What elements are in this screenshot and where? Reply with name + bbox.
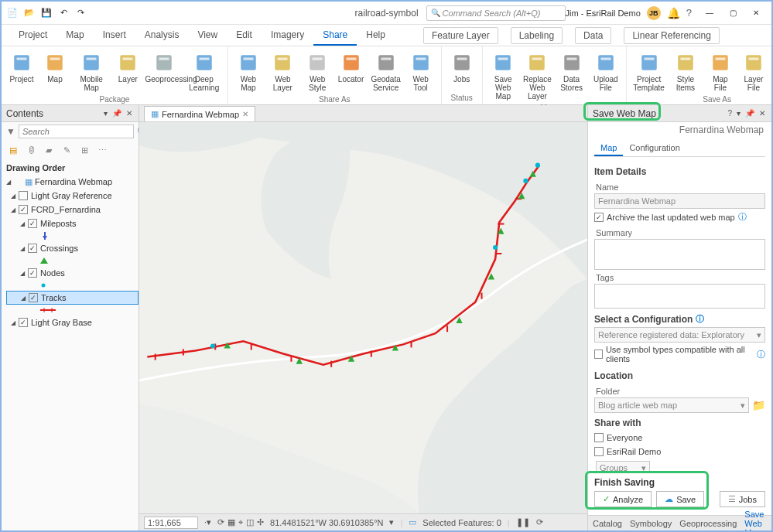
list-by-source-icon[interactable]: 🛢 (24, 143, 38, 157)
visibility-checkbox[interactable] (19, 191, 28, 200)
menu-tab-project[interactable]: Project (9, 26, 56, 46)
help-icon[interactable]: ? (686, 7, 692, 19)
expand-icon[interactable]: ◢ (11, 193, 19, 200)
context-tab-feature-layer[interactable]: Feature Layer (423, 27, 498, 44)
ribbon-deep-learning-button[interactable]: Deep Learning (186, 50, 223, 94)
toc-item-tracks[interactable]: ◢Tracks (6, 291, 139, 305)
pin-icon[interactable]: 📌 (111, 109, 123, 118)
ribbon-project-button[interactable]: Project (6, 50, 37, 85)
folder-select[interactable]: Blog article web map ▾ (594, 397, 749, 413)
ribbon-layer-file-button[interactable]: Layer File (738, 50, 769, 94)
context-tab-data[interactable]: Data (575, 27, 611, 44)
toc-item-fcrd_fernardina[interactable]: ◢FCRD_Fernardina (6, 203, 139, 217)
close-rpanel-icon[interactable]: ✕ (758, 109, 767, 118)
map-canvas[interactable] (139, 122, 587, 513)
config-select[interactable]: Reference registered data: Exploratory ▾ (594, 327, 765, 343)
name-field[interactable] (594, 193, 765, 209)
refresh-icon[interactable]: ⟳ (536, 517, 543, 527)
jobs-button[interactable]: ☰Jobs (720, 491, 765, 507)
expand-icon[interactable]: ◢ (21, 295, 29, 302)
save-button[interactable]: ☁Save (656, 491, 704, 507)
ribbon-geoprocessing-button[interactable]: Geoprocessing (145, 50, 183, 85)
ribbon-style-items-button[interactable]: Style Items (669, 50, 703, 94)
dropdown-icon[interactable]: ▾ (102, 109, 109, 118)
menu-tab-analysis[interactable]: Analysis (135, 26, 189, 46)
compat-checkbox[interactable] (594, 350, 603, 359)
ribbon-mobile-map-button[interactable]: Mobile Map (73, 50, 110, 94)
expand-icon[interactable]: ◢ (20, 270, 28, 277)
menu-tab-imagery[interactable]: Imagery (262, 26, 313, 46)
menu-tab-edit[interactable]: Edit (227, 26, 262, 46)
toc-item-light-gray-base[interactable]: ◢Light Gray Base (6, 315, 139, 329)
toc-item-crossings[interactable]: ◢Crossings (6, 241, 139, 255)
tags-field[interactable] (594, 284, 765, 309)
visibility-checkbox[interactable] (28, 268, 37, 278)
close-button[interactable]: ✕ (744, 2, 768, 24)
context-tab-linear-referencing[interactable]: Linear Referencing (624, 27, 719, 44)
help-panel-icon[interactable]: ? (726, 109, 734, 118)
snapping-icon[interactable]: ⌖ (238, 517, 243, 527)
config-info-icon[interactable]: ⓘ (696, 313, 704, 325)
expand-icon[interactable]: ◢ (6, 179, 14, 186)
toc-item-nodes[interactable]: ◢Nodes (6, 266, 139, 280)
ribbon-replace-web-layer-button[interactable]: Replace Web Layer (522, 50, 553, 102)
ribbon-map-button[interactable]: Map (39, 50, 70, 85)
visibility-checkbox[interactable] (28, 219, 37, 228)
corrections-icon[interactable]: ✢ (257, 517, 264, 527)
list-by-editing-icon[interactable]: ✎ (60, 143, 74, 157)
save-icon[interactable]: 💾 (39, 6, 53, 20)
browse-folder-icon[interactable]: 📁 (752, 399, 765, 411)
ribbon-map-file-button[interactable]: Map File (705, 50, 736, 94)
toc-item-fernardina-webmap[interactable]: ◢▦Fernardina Webmap (6, 175, 139, 189)
share-everyone-checkbox[interactable] (594, 433, 604, 442)
context-tab-labeling[interactable]: Labeling (511, 27, 563, 44)
user-avatar[interactable]: JB (647, 6, 661, 20)
expand-icon[interactable]: ◢ (20, 245, 28, 252)
pin-panel-icon[interactable]: 📌 (744, 109, 756, 118)
scale-input[interactable]: 1:91,665 (144, 517, 198, 529)
menu-tab-insert[interactable]: Insert (94, 26, 135, 46)
expand-icon[interactable]: ◢ (11, 206, 19, 213)
menu-tab-share[interactable]: Share (313, 26, 357, 46)
ribbon-web-style-button[interactable]: Web Style (302, 50, 333, 94)
ribbon-web-layer-button[interactable]: Web Layer (266, 50, 299, 94)
ribbon-geodata-service-button[interactable]: Geodata Service (369, 50, 403, 94)
new-project-icon[interactable]: 📄 (5, 6, 19, 20)
bell-icon[interactable]: 🔔 (667, 7, 680, 19)
tab-map[interactable]: Map (594, 141, 623, 156)
bottom-tab-catalog[interactable]: Catalog (593, 519, 622, 528)
share-org-checkbox[interactable] (594, 447, 604, 456)
filter-icon[interactable]: ▼ (6, 126, 15, 137)
grid-icon[interactable]: ▦ (227, 517, 235, 527)
minimize-button[interactable]: — (698, 2, 721, 24)
ribbon-data-stores-button[interactable]: Data Stores (556, 50, 587, 94)
expand-icon[interactable]: ◢ (20, 220, 28, 227)
analyze-button[interactable]: ✓Analyze (594, 491, 652, 507)
ribbon-web-map-button[interactable]: Web Map (233, 50, 264, 94)
ribbon-upload-file-button[interactable]: Upload File (590, 50, 621, 94)
toc-item-mileposts[interactable]: ◢Mileposts (6, 217, 139, 230)
undo-icon[interactable]: ↶ (56, 6, 70, 20)
ribbon-save-web-map-button[interactable]: Save Web Map (487, 50, 519, 102)
ribbon-jobs-button[interactable]: Jobs (446, 50, 477, 85)
ribbon-project-template-button[interactable]: Project Template (631, 50, 665, 94)
constraints-icon[interactable]: ◫ (246, 517, 254, 527)
scale-dropdown-icon[interactable]: ·▾ (204, 517, 211, 527)
visibility-checkbox[interactable] (29, 293, 38, 302)
ribbon-layer-button[interactable]: Layer (112, 50, 143, 85)
summary-field[interactable] (594, 239, 765, 270)
command-search[interactable]: Command Search (Alt+Q) (426, 5, 566, 21)
toc-item-light-gray-reference[interactable]: ◢Light Gray Reference (6, 189, 139, 203)
ribbon-locator-button[interactable]: Locator (336, 50, 367, 85)
tab-configuration[interactable]: Configuration (623, 141, 686, 156)
groups-select[interactable]: Groups ▾ (596, 461, 650, 472)
list-by-snapping-icon[interactable]: ⊞ (77, 143, 91, 157)
menu-tab-help[interactable]: Help (357, 26, 395, 46)
list-by-selection-icon[interactable]: ▰ (42, 143, 56, 157)
compat-info-icon[interactable]: ⓘ (757, 349, 765, 360)
pause-drawing-icon[interactable]: ❚❚ (516, 517, 530, 527)
maximize-button[interactable]: ▢ (721, 2, 744, 24)
visibility-checkbox[interactable] (19, 205, 28, 214)
redo-icon[interactable]: ↷ (74, 6, 87, 20)
contents-search-input[interactable] (19, 124, 134, 138)
